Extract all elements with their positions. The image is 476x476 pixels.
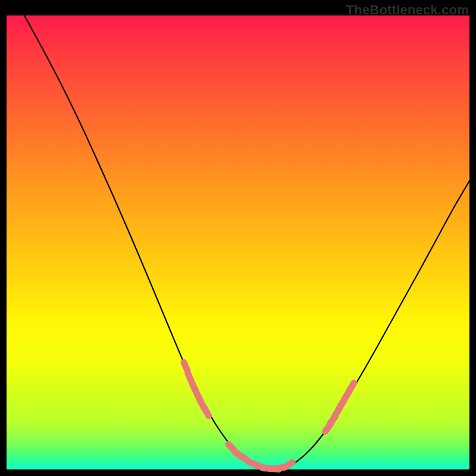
watermark-text: TheBottleneck.com [346,2,469,18]
marker-group [184,362,354,469]
curve-marker [285,462,293,467]
chart-frame: TheBottleneck.com [0,0,476,476]
curve-marker [204,408,208,415]
plot-area [7,15,469,469]
curve-marker [349,383,354,391]
curve-marker [184,362,187,371]
chart-svg [7,15,469,469]
bottleneck-curve [24,15,469,469]
